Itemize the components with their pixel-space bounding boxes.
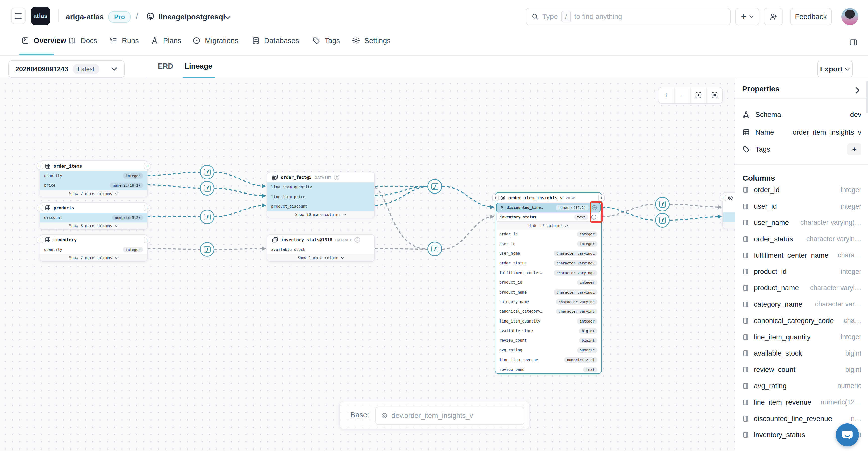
function-node[interactable]: ƒ — [200, 181, 214, 196]
column-list-item[interactable]: order_id integer — [742, 182, 862, 198]
table-node-products[interactable]: + products + discountnumeric(5,2) Show 3… — [39, 202, 148, 229]
column-row[interactable]: fulfillment_center…character varying… — [495, 268, 601, 278]
column-list-item[interactable]: canonical_category_code cha… — [742, 312, 862, 329]
expand-downstream-button[interactable]: + — [144, 163, 151, 169]
function-node[interactable]: ƒ — [200, 209, 214, 224]
project-breadcrumb[interactable]: lineage/postgresql — [158, 12, 225, 21]
function-node[interactable]: ƒ — [655, 197, 670, 212]
chat-launcher-button[interactable] — [836, 423, 859, 447]
lineage-canvas[interactable]: + order_items + quantityinteger pricenum… — [0, 78, 735, 451]
column-row[interactable]: available_stock — [267, 245, 374, 254]
zoom-out-button[interactable]: − — [675, 87, 691, 103]
column-row[interactable]: avg_ratingnumeric — [495, 345, 601, 355]
user-avatar[interactable] — [841, 8, 859, 25]
table-node-order-items[interactable]: + order_items + quantityinteger pricenum… — [39, 161, 148, 197]
function-node[interactable]: ƒ — [428, 242, 442, 256]
column-row[interactable]: product_namecharacter varying… — [495, 287, 601, 297]
atlas-logo[interactable]: atlas — [31, 6, 50, 25]
expand-downstream-button[interactable]: + — [598, 195, 604, 201]
expand-upstream-button[interactable]: + — [719, 195, 726, 201]
column-list-item[interactable]: product_id integer — [742, 263, 862, 280]
column-row[interactable]: available_stockbigint — [495, 326, 601, 336]
tab-settings[interactable]: Settings — [352, 36, 391, 45]
tab-erd[interactable]: ERD — [158, 62, 173, 70]
column-list-item[interactable]: review_count bigint — [742, 362, 862, 378]
tab-databases[interactable]: Databases — [252, 36, 299, 45]
search-input[interactable]: Type / to find anything — [526, 8, 731, 25]
hide-columns-toggle[interactable]: Hide 17 columns — [495, 222, 601, 229]
dataset-node-inventory-stats[interactable]: inventory_stats@1318 DATASET ? available… — [267, 234, 375, 261]
collapse-panel-button[interactable] — [856, 87, 860, 94]
column-row[interactable]: product_idinteger — [495, 278, 601, 287]
tab-docs[interactable]: Docs — [68, 36, 97, 45]
column-row[interactable]: discountnumeric(5,2) — [40, 213, 147, 223]
column-list-item[interactable]: order_status character varyin… — [742, 231, 862, 247]
column-row[interactable]: line_item_quantityinteger — [495, 316, 601, 326]
center-selection-button[interactable] — [691, 87, 707, 103]
column-row[interactable]: quantityinteger — [40, 245, 147, 254]
column-row[interactable] — [723, 213, 735, 222]
show-more-columns[interactable]: Show 10 more columns — [267, 211, 374, 218]
help-icon[interactable]: ? — [334, 175, 339, 180]
version-dropdown[interactable]: 20260409091243 Latest — [8, 60, 125, 78]
column-list-item[interactable]: line_item_revenue numeric(12… — [742, 394, 862, 411]
pinned-column-row[interactable]: discounted_line… numeric(12,2) — [496, 203, 600, 213]
base-object-input[interactable]: dev.order_item_insights_v — [375, 407, 524, 425]
column-list-item[interactable]: category_name character var… — [742, 296, 862, 313]
invite-user-button[interactable] — [764, 8, 783, 25]
column-list-item[interactable]: fulfillment_center_name chara… — [742, 247, 862, 263]
table-node-inventory[interactable]: + inventory + quantityinteger Show 2 mor… — [39, 234, 148, 261]
function-node[interactable]: ƒ — [428, 179, 442, 194]
expand-upstream-button[interactable]: + — [37, 205, 43, 211]
column-row[interactable]: order_idinteger — [495, 229, 601, 239]
column-row[interactable]: canonical_category…character varying — [495, 307, 601, 316]
column-row[interactable] — [723, 203, 735, 213]
column-row[interactable]: review_countbigint — [495, 336, 601, 345]
column-row[interactable]: quantityinteger — [40, 171, 147, 181]
column-row[interactable]: review_bandtext — [495, 365, 601, 374]
show-more-columns[interactable]: Show 1 more column — [267, 254, 374, 261]
panel-toggle-button[interactable] — [847, 36, 860, 49]
pinned-column-row[interactable]: inventory_status text — [496, 213, 600, 222]
org-name[interactable]: ariga-atlas — [66, 12, 104, 21]
column-row[interactable]: category_namecharacter varying — [495, 297, 601, 307]
tab-runs[interactable]: Runs — [109, 36, 139, 45]
column-row[interactable]: pricenumeric(10,2) — [40, 181, 147, 190]
show-more-columns[interactable]: Show 3 more columns — [40, 223, 147, 229]
column-list-item[interactable]: user_id integer — [742, 198, 862, 215]
column-list-item[interactable]: product_name character varyi… — [742, 280, 862, 296]
column-row[interactable]: user_namecharacter varying… — [495, 249, 601, 258]
expand-downstream-button[interactable]: + — [144, 205, 151, 211]
export-button[interactable]: Export — [817, 61, 852, 77]
column-list-item[interactable]: avg_rating numeric — [742, 378, 862, 394]
tab-overview[interactable]: Overview — [21, 36, 66, 45]
feedback-button[interactable]: Feedback — [790, 8, 832, 25]
expand-upstream-button[interactable]: + — [37, 163, 43, 169]
column-row[interactable]: line_item_quantity — [267, 182, 374, 192]
view-node-downstream-partial[interactable]: + — [722, 192, 735, 229]
column-row[interactable]: line_item_price — [267, 192, 374, 202]
panel-scrollbar[interactable] — [867, 81, 868, 113]
column-list-item[interactable]: line_item_quantity integer — [742, 329, 862, 345]
show-more-columns[interactable]: Show 2 more columns — [40, 254, 147, 261]
help-icon[interactable]: ? — [354, 237, 360, 243]
column-row[interactable]: product_discount — [267, 202, 374, 211]
view-node-order-item-insights[interactable]: + order_item_insights_v VIEW + discounte… — [495, 192, 602, 374]
column-row[interactable]: user_idinteger — [495, 239, 601, 248]
function-node[interactable]: ƒ — [655, 213, 670, 227]
column-list-item[interactable]: user_name character varying(… — [742, 215, 862, 231]
add-tag-button[interactable]: + — [847, 143, 862, 156]
tab-lineage[interactable]: Lineage — [185, 62, 212, 70]
dataset-node-order-fact[interactable]: order_fact@5 DATASET ? line_item_quantit… — [267, 172, 375, 218]
function-node[interactable]: ƒ — [200, 242, 214, 257]
zoom-in-button[interactable]: + — [658, 87, 675, 103]
hamburger-menu-button[interactable] — [11, 7, 26, 24]
expand-downstream-button[interactable]: + — [144, 236, 151, 243]
column-list-item[interactable]: available_stock bigint — [742, 345, 862, 362]
tab-plans[interactable]: Plans — [151, 36, 181, 45]
fit-view-button[interactable] — [707, 87, 722, 103]
create-new-button[interactable]: + — [735, 8, 759, 25]
expand-upstream-button[interactable]: + — [37, 236, 43, 243]
column-row[interactable]: order_statuscharacter varying… — [495, 258, 601, 268]
expand-upstream-button[interactable]: + — [492, 195, 499, 201]
